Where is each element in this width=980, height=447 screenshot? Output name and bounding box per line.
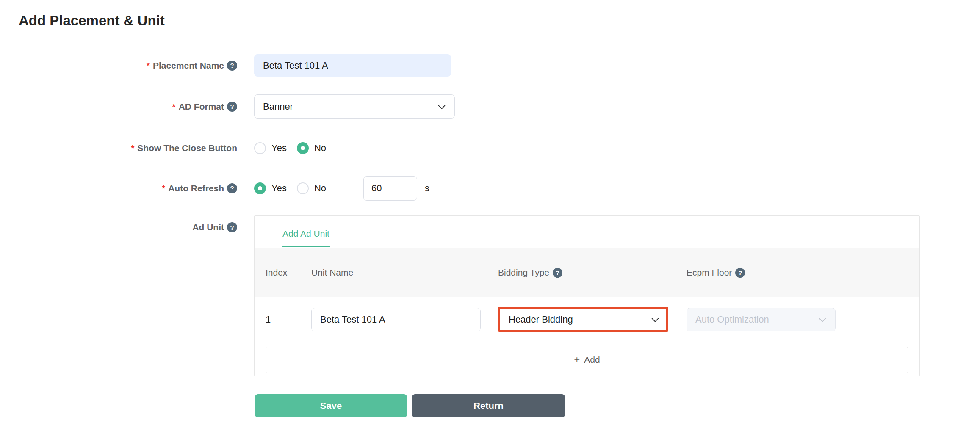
chevron-down-icon (652, 315, 659, 322)
ad-format-value: Banner (263, 101, 293, 112)
ad-format-select[interactable]: Banner (254, 94, 455, 119)
ad-unit-table-header: Index Unit Name Bidding Type ? Ecpm Floo… (255, 248, 919, 297)
col-header-unit-name: Unit Name (311, 268, 498, 278)
col-header-ecpm-floor-text: Ecpm Floor (687, 268, 732, 278)
row-index: 1 (255, 314, 311, 325)
ad-format-label-text: AD Format (179, 102, 224, 112)
show-close-label-text: Show The Close Button (137, 143, 237, 153)
required-asterisk: * (147, 61, 150, 71)
help-icon[interactable]: ? (553, 268, 562, 278)
col-header-bidding-type-text: Bidding Type (498, 268, 549, 278)
return-button[interactable]: Return (412, 394, 565, 417)
action-buttons: Save Return (255, 394, 565, 417)
radio-circle-icon (297, 182, 309, 194)
radio-selected-icon (254, 182, 266, 194)
add-button-label: Add (584, 355, 600, 365)
table-row: 1 Header Bidding Auto Optimization (255, 297, 919, 342)
col-header-bidding-type: Bidding Type ? (498, 268, 687, 278)
bidding-type-value: Header Bidding (509, 314, 573, 325)
save-button[interactable]: Save (255, 394, 407, 417)
ecpm-floor-select[interactable]: Auto Optimization (687, 308, 836, 331)
radio-label: No (314, 143, 326, 154)
placement-name-label: * Placement Name ? (0, 61, 237, 71)
ad-format-label: * AD Format ? (0, 102, 237, 112)
ad-unit-label: Ad Unit ? (0, 215, 237, 232)
placement-name-input[interactable] (254, 54, 451, 77)
plus-icon: + (574, 355, 580, 365)
show-close-label: * Show The Close Button (0, 143, 237, 153)
placement-name-label-text: Placement Name (153, 61, 224, 71)
chevron-down-icon (819, 315, 826, 322)
auto-refresh-row: * Auto Refresh ? Yes No s (0, 176, 980, 201)
unit-name-input[interactable] (311, 308, 481, 331)
radio-label: Yes (271, 143, 287, 154)
ad-format-row: * AD Format ? Banner (0, 94, 980, 119)
refresh-interval-unit: s (425, 183, 429, 194)
show-close-row: * Show The Close Button Yes No (0, 142, 980, 155)
radio-circle-icon (254, 142, 266, 154)
auto-refresh-label-text: Auto Refresh (168, 183, 224, 193)
ad-unit-label-text: Ad Unit (192, 222, 224, 232)
auto-refresh-no-radio[interactable]: No (297, 182, 326, 194)
add-button[interactable]: + Add (266, 347, 908, 373)
radio-label: Yes (271, 183, 287, 194)
page-title: Add Placement & Unit (19, 13, 165, 29)
radio-label: No (314, 183, 326, 194)
bidding-type-select[interactable]: Header Bidding (498, 307, 668, 332)
required-asterisk: * (172, 102, 175, 112)
tab-add-ad-unit[interactable]: Add Ad Unit (282, 229, 330, 247)
ad-unit-row: Ad Unit ? Add Ad Unit Index Unit Name Bi… (0, 215, 980, 376)
ad-unit-tabbar: Add Ad Unit (255, 216, 919, 248)
required-asterisk: * (162, 183, 165, 193)
ecpm-floor-value: Auto Optimization (695, 314, 769, 325)
ad-unit-panel: Add Ad Unit Index Unit Name Bidding Type… (254, 215, 920, 376)
help-icon[interactable]: ? (227, 102, 237, 112)
help-icon[interactable]: ? (227, 183, 237, 193)
chevron-down-icon (438, 102, 446, 109)
refresh-interval-input[interactable] (363, 176, 417, 201)
show-close-no-radio[interactable]: No (297, 142, 326, 154)
auto-refresh-label: * Auto Refresh ? (0, 183, 237, 193)
add-placement-page: Add Placement & Unit * Placement Name ? … (0, 0, 980, 447)
placement-name-row: * Placement Name ? (0, 54, 980, 77)
required-asterisk: * (131, 143, 134, 153)
help-icon[interactable]: ? (735, 268, 745, 278)
auto-refresh-yes-radio[interactable]: Yes (254, 182, 287, 194)
col-header-ecpm-floor: Ecpm Floor ? (687, 268, 919, 278)
help-icon[interactable]: ? (227, 61, 237, 71)
help-icon[interactable]: ? (227, 222, 237, 232)
col-header-index: Index (255, 268, 311, 278)
show-close-yes-radio[interactable]: Yes (254, 142, 287, 154)
radio-selected-icon (297, 142, 309, 154)
